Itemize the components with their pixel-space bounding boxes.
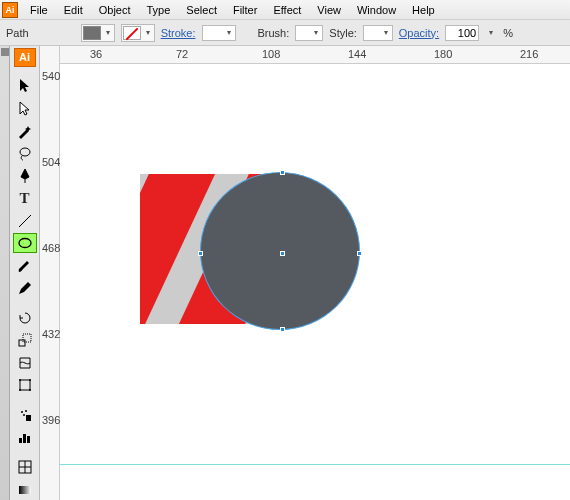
menu-file[interactable]: File (22, 2, 56, 18)
svg-line-1 (19, 215, 31, 227)
chevron-down-icon: ▾ (310, 28, 322, 37)
stroke-weight-select[interactable]: ▾ (202, 25, 236, 41)
free-transform-tool[interactable] (13, 375, 37, 395)
panel-tabs[interactable] (0, 46, 10, 500)
chevron-down-icon: ▾ (142, 26, 154, 40)
workspace: Ai T 540 504 468 432 396 36 72 108 (0, 46, 570, 500)
wand-icon (17, 123, 33, 139)
type-tool[interactable]: T (13, 188, 37, 208)
stroke-swatch[interactable]: ▾ (121, 24, 155, 42)
ellipse-object-selected[interactable] (200, 172, 360, 330)
brush-label: Brush: (258, 27, 290, 39)
paintbrush-tool[interactable] (13, 255, 37, 275)
brush-select[interactable]: ▾ (295, 25, 323, 41)
svg-rect-5 (20, 380, 30, 390)
rotate-icon (17, 310, 33, 326)
graph-tool[interactable] (13, 427, 37, 447)
mesh-icon (17, 459, 33, 475)
symbol-sprayer-tool[interactable] (13, 405, 37, 425)
svg-rect-14 (19, 438, 22, 443)
warp-tool[interactable] (13, 352, 37, 372)
selection-type-label: Path (6, 27, 29, 39)
chevron-down-icon: ▾ (102, 26, 114, 40)
pen-tool[interactable] (13, 166, 37, 186)
style-select[interactable]: ▾ (363, 25, 393, 41)
menu-effect[interactable]: Effect (265, 2, 309, 18)
fill-color-icon (83, 26, 101, 40)
ruler-tick: 540 (42, 70, 60, 82)
ruler-tick: 216 (520, 48, 538, 60)
pen-icon (17, 168, 33, 184)
ellipse-icon (17, 235, 33, 251)
ruler-tick: 36 (90, 48, 102, 60)
menu-filter[interactable]: Filter (225, 2, 265, 18)
gradient-tool[interactable] (13, 480, 37, 500)
svg-rect-20 (19, 486, 31, 494)
svg-point-12 (23, 414, 25, 416)
menu-select[interactable]: Select (178, 2, 225, 18)
tool-panel: Ai T (10, 46, 40, 500)
line-tool[interactable] (13, 211, 37, 231)
warp-icon (17, 355, 33, 371)
type-icon: T (19, 190, 29, 207)
horizontal-guide[interactable] (60, 464, 570, 465)
ruler-tick: 396 (42, 414, 60, 426)
ruler-tick: 144 (348, 48, 366, 60)
menu-window[interactable]: Window (349, 2, 404, 18)
transform-icon (17, 377, 33, 393)
svg-point-0 (20, 148, 30, 156)
scale-tool[interactable] (13, 330, 37, 350)
svg-rect-3 (19, 340, 25, 346)
svg-point-6 (19, 379, 21, 381)
brush-icon (17, 258, 33, 274)
scale-icon (17, 332, 33, 348)
direct-selection-tool[interactable] (13, 98, 37, 118)
arrow-cursor-icon (17, 78, 33, 94)
ruler-tick: 180 (434, 48, 452, 60)
svg-point-11 (25, 410, 27, 412)
selection-tool[interactable] (13, 76, 37, 96)
lasso-tool[interactable] (13, 143, 37, 163)
spray-icon (17, 407, 33, 423)
ruler-tick: 108 (262, 48, 280, 60)
menu-edit[interactable]: Edit (56, 2, 91, 18)
opacity-unit: % (503, 27, 513, 39)
tab-marker-icon (1, 48, 9, 56)
chevron-down-icon: ▾ (380, 28, 392, 37)
gradient-icon (17, 482, 33, 498)
svg-point-8 (19, 389, 21, 391)
line-icon (17, 213, 33, 229)
white-arrow-icon (17, 101, 33, 117)
ruler-tick: 72 (176, 48, 188, 60)
ellipse-tool[interactable] (13, 233, 37, 253)
graph-icon (17, 429, 33, 445)
pencil-tool[interactable] (13, 278, 37, 298)
style-label: Style: (329, 27, 357, 39)
ruler-tick: 432 (42, 328, 60, 340)
vertical-ruler[interactable]: 540 504 468 432 396 (40, 46, 60, 500)
menu-object[interactable]: Object (91, 2, 139, 18)
menu-bar: Ai File Edit Object Type Select Filter E… (0, 0, 570, 20)
rotate-tool[interactable] (13, 308, 37, 328)
opacity-input[interactable] (445, 25, 479, 41)
ruler-tick: 504 (42, 156, 60, 168)
fill-swatch[interactable]: ▾ (81, 24, 115, 42)
pencil-icon (17, 280, 33, 296)
svg-rect-16 (27, 436, 30, 443)
svg-point-10 (21, 411, 23, 413)
lasso-icon (17, 146, 33, 162)
opacity-link[interactable]: Opacity: (399, 27, 439, 39)
stroke-link[interactable]: Stroke: (161, 27, 196, 39)
menu-type[interactable]: Type (139, 2, 179, 18)
svg-rect-15 (23, 434, 26, 443)
ruler-tick: 468 (42, 242, 60, 254)
chevron-down-icon: ▾ (223, 28, 235, 37)
chevron-down-icon[interactable]: ▾ (485, 26, 497, 40)
menu-help[interactable]: Help (404, 2, 443, 18)
svg-point-2 (19, 239, 31, 248)
mesh-tool[interactable] (13, 457, 37, 477)
menu-view[interactable]: View (309, 2, 349, 18)
horizontal-ruler[interactable]: 36 72 108 144 180 216 (60, 46, 570, 64)
magic-wand-tool[interactable] (13, 121, 37, 141)
canvas[interactable] (60, 64, 570, 500)
